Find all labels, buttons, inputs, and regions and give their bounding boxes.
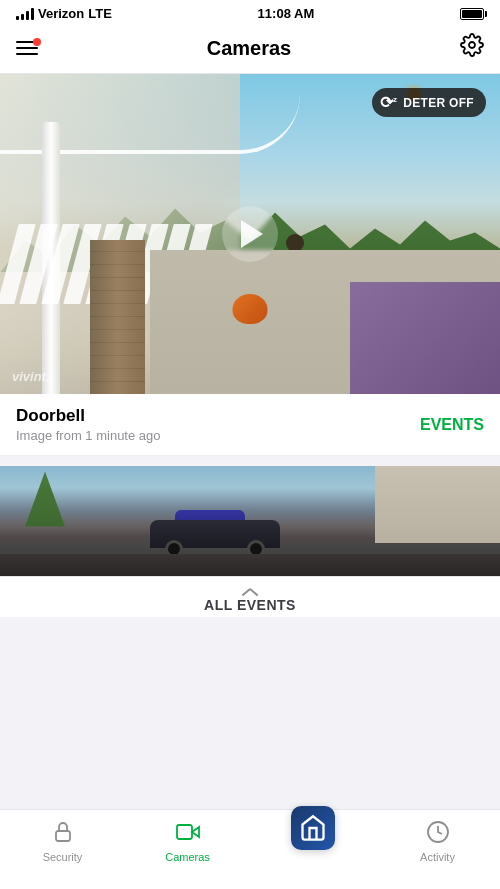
page-title: Cameras	[38, 37, 460, 60]
play-triangle-icon	[241, 220, 263, 248]
camera-card-2	[0, 466, 500, 576]
camera-timestamp: Image from 1 minute ago	[16, 428, 161, 443]
tab-bar: Security Cameras Activity	[0, 809, 500, 889]
notification-dot	[33, 38, 41, 46]
signal-bar-4	[31, 8, 34, 20]
tab-vivint-home[interactable]	[250, 820, 375, 864]
signal-bars	[16, 8, 34, 20]
pumpkin	[233, 294, 268, 324]
car-silhouette	[150, 513, 280, 558]
activity-tab-label: Activity	[420, 851, 455, 863]
signal-bar-2	[21, 14, 24, 20]
status-bar: Verizon LTE 11:08 AM	[0, 0, 500, 25]
security-tab-icon	[51, 820, 75, 848]
svg-point-0	[469, 42, 475, 48]
thumb-wall	[375, 466, 500, 543]
thumb-scene	[0, 466, 500, 576]
battery-fill	[462, 10, 482, 18]
camera-details: Doorbell Image from 1 minute ago	[16, 406, 161, 443]
cameras-tab-label: Cameras	[165, 851, 210, 863]
all-events-bar[interactable]: ALL EVENTS	[0, 576, 500, 617]
thumb-tree	[25, 472, 65, 527]
events-link[interactable]: EVENTS	[420, 416, 484, 434]
header: Cameras	[0, 25, 500, 74]
signal-bar-3	[26, 11, 29, 20]
chevron-up-icon	[240, 585, 260, 595]
vivint-watermark: vivint.	[12, 369, 50, 384]
signal-bar-1	[16, 16, 19, 20]
network-label: LTE	[88, 6, 112, 21]
stone-pillar-left	[90, 240, 145, 394]
main-content: ⟳z DETER OFF vivint. Doorbell Image from…	[0, 74, 500, 697]
welcome-mat	[350, 282, 500, 394]
menu-line-2	[16, 47, 38, 49]
status-right	[460, 8, 484, 20]
time-label: 11:08 AM	[258, 6, 315, 21]
camera-name: Doorbell	[16, 406, 161, 426]
menu-line-3	[16, 53, 38, 55]
thumb-ground	[0, 554, 500, 576]
battery-icon	[460, 8, 484, 20]
menu-button[interactable]	[16, 41, 38, 55]
deter-icon: ⟳z	[380, 93, 398, 112]
tab-activity[interactable]: Activity	[375, 820, 500, 863]
tab-cameras[interactable]: Cameras	[125, 820, 250, 863]
play-button[interactable]	[222, 206, 278, 262]
settings-button[interactable]	[460, 33, 484, 63]
svg-rect-2	[177, 825, 192, 839]
vivint-home-icon	[291, 806, 335, 850]
status-left: Verizon LTE	[16, 6, 112, 21]
cameras-tab-icon	[176, 820, 200, 848]
carrier-label: Verizon	[38, 6, 84, 21]
security-tab-label: Security	[43, 851, 83, 863]
deter-button[interactable]: ⟳z DETER OFF	[372, 88, 486, 117]
camera-info-row: Doorbell Image from 1 minute ago EVENTS	[0, 394, 500, 456]
camera-feed-doorbell[interactable]: ⟳z DETER OFF vivint.	[0, 74, 500, 394]
deter-label: DETER OFF	[403, 96, 474, 110]
activity-tab-icon	[426, 820, 450, 848]
tab-security[interactable]: Security	[0, 820, 125, 863]
svg-rect-1	[56, 831, 70, 841]
camera-card-doorbell: ⟳z DETER OFF vivint. Doorbell Image from…	[0, 74, 500, 456]
camera-thumb-2[interactable]	[0, 466, 500, 576]
all-events-label: ALL EVENTS	[204, 597, 296, 613]
